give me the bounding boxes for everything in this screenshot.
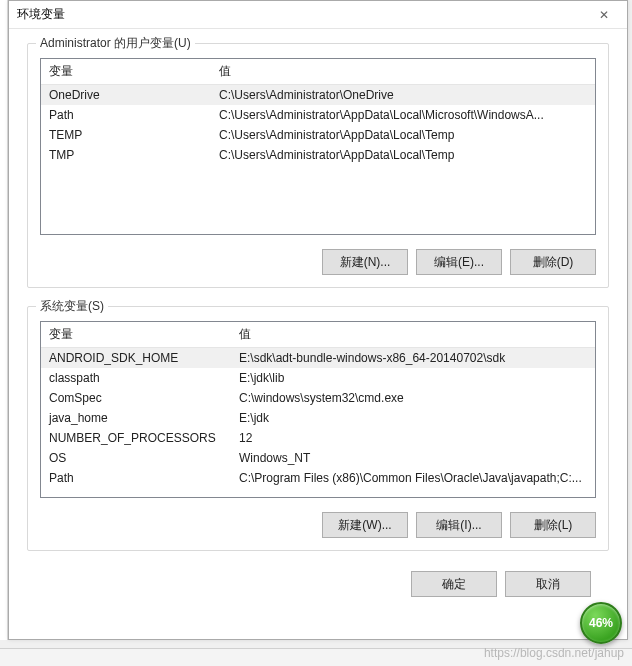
table-row[interactable]: java_home E:\jdk: [41, 408, 595, 428]
percent-badge-value: 46%: [589, 616, 613, 630]
table-row[interactable]: OneDrive C:\Users\Administrator\OneDrive: [41, 85, 595, 106]
var-name: classpath: [41, 368, 231, 388]
system-vars-fieldset: 系统变量(S) 变量 值 ANDROID_SDK_HOME E:\sdk\adt…: [27, 306, 609, 551]
background-panel-fragment: [0, 0, 8, 640]
user-edit-button[interactable]: 编辑(E)...: [416, 249, 502, 275]
titlebar: 环境变量 ✕: [9, 1, 627, 29]
var-value: C:\Users\Administrator\OneDrive: [211, 85, 595, 106]
var-name: OneDrive: [41, 85, 211, 106]
percent-badge[interactable]: 46%: [580, 602, 622, 644]
system-col-variable[interactable]: 变量: [41, 322, 231, 348]
user-vars-legend: Administrator 的用户变量(U): [36, 35, 195, 52]
table-row[interactable]: TMP C:\Users\Administrator\AppData\Local…: [41, 145, 595, 165]
table-row[interactable]: classpath E:\jdk\lib: [41, 368, 595, 388]
var-value: E:\jdk\lib: [231, 368, 595, 388]
table-row[interactable]: ComSpec C:\windows\system32\cmd.exe: [41, 388, 595, 408]
var-name: TEMP: [41, 125, 211, 145]
user-col-value[interactable]: 值: [211, 59, 595, 85]
var-value: 12: [231, 428, 595, 448]
dialog-footer: 确定 取消: [27, 569, 609, 597]
close-icon: ✕: [599, 8, 609, 22]
var-value: Windows_NT: [231, 448, 595, 468]
user-col-variable[interactable]: 变量: [41, 59, 211, 85]
system-vars-legend: 系统变量(S): [36, 298, 108, 315]
var-name: Path: [41, 468, 231, 488]
var-value: C:\Program Files (x86)\Common Files\Orac…: [231, 468, 595, 488]
user-buttons-row: 新建(N)... 编辑(E)... 删除(D): [40, 249, 596, 275]
table-row[interactable]: NUMBER_OF_PROCESSORS 12: [41, 428, 595, 448]
var-name: TMP: [41, 145, 211, 165]
background-tabstrip: [0, 648, 632, 666]
var-value: C:\Users\Administrator\AppData\Local\Tem…: [211, 145, 595, 165]
system-vars-table: 变量 值 ANDROID_SDK_HOME E:\sdk\adt-bundle-…: [41, 322, 595, 488]
var-name: OS: [41, 448, 231, 468]
var-value: C:\Users\Administrator\AppData\Local\Tem…: [211, 125, 595, 145]
user-delete-button[interactable]: 删除(D): [510, 249, 596, 275]
system-new-button[interactable]: 新建(W)...: [322, 512, 408, 538]
dialog-title: 环境变量: [17, 6, 65, 23]
cancel-button[interactable]: 取消: [505, 571, 591, 597]
system-buttons-row: 新建(W)... 编辑(I)... 删除(L): [40, 512, 596, 538]
var-value: C:\windows\system32\cmd.exe: [231, 388, 595, 408]
var-name: ComSpec: [41, 388, 231, 408]
var-name: Path: [41, 105, 211, 125]
close-button[interactable]: ✕: [589, 4, 619, 26]
dialog-body: Administrator 的用户变量(U) 变量 值 OneDrive C:\…: [9, 29, 627, 615]
user-new-button[interactable]: 新建(N)...: [322, 249, 408, 275]
system-delete-button[interactable]: 删除(L): [510, 512, 596, 538]
system-edit-button[interactable]: 编辑(I)...: [416, 512, 502, 538]
system-col-value[interactable]: 值: [231, 322, 595, 348]
var-value: E:\sdk\adt-bundle-windows-x86_64-2014070…: [231, 348, 595, 369]
var-name: NUMBER_OF_PROCESSORS: [41, 428, 231, 448]
table-row[interactable]: OS Windows_NT: [41, 448, 595, 468]
user-vars-table: 变量 值 OneDrive C:\Users\Administrator\One…: [41, 59, 595, 165]
var-name: ANDROID_SDK_HOME: [41, 348, 231, 369]
user-vars-table-container[interactable]: 变量 值 OneDrive C:\Users\Administrator\One…: [40, 58, 596, 235]
table-row[interactable]: Path C:\Program Files (x86)\Common Files…: [41, 468, 595, 488]
var-value: C:\Users\Administrator\AppData\Local\Mic…: [211, 105, 595, 125]
env-vars-dialog: 环境变量 ✕ Administrator 的用户变量(U) 变量 值: [8, 0, 628, 640]
user-vars-fieldset: Administrator 的用户变量(U) 变量 值 OneDrive C:\…: [27, 43, 609, 288]
var-name: java_home: [41, 408, 231, 428]
table-row[interactable]: ANDROID_SDK_HOME E:\sdk\adt-bundle-windo…: [41, 348, 595, 369]
ok-button[interactable]: 确定: [411, 571, 497, 597]
system-vars-table-container[interactable]: 变量 值 ANDROID_SDK_HOME E:\sdk\adt-bundle-…: [40, 321, 596, 498]
table-row[interactable]: Path C:\Users\Administrator\AppData\Loca…: [41, 105, 595, 125]
table-row[interactable]: TEMP C:\Users\Administrator\AppData\Loca…: [41, 125, 595, 145]
var-value: E:\jdk: [231, 408, 595, 428]
